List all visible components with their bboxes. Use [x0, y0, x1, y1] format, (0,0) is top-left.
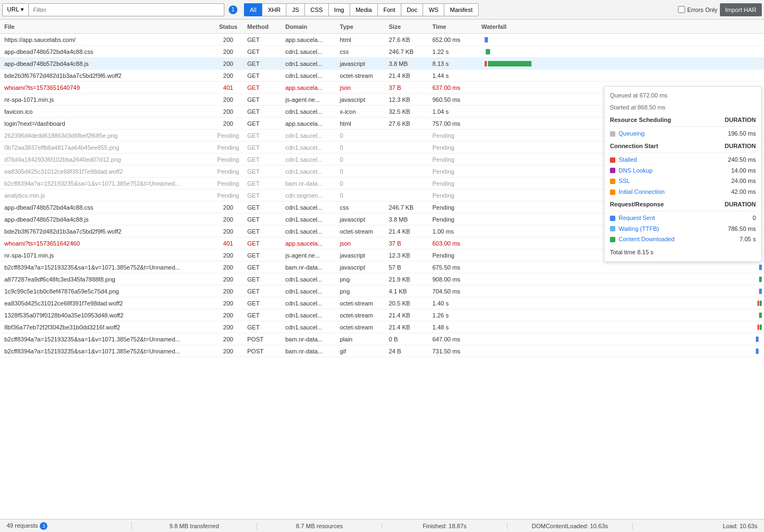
row-domain: cdn.segmen...: [285, 192, 340, 199]
row-status: Pending: [209, 144, 247, 151]
table-row[interactable]: b2cff8394a?a=152193235&sa=1&v=1071.385e7…: [0, 345, 764, 357]
row-file: https://app.saucelabs.com/: [2, 36, 209, 43]
row-domain: cdn1.saucel...: [285, 144, 340, 151]
row-file: app-dbead748b572bd4a4c88.css: [2, 48, 209, 55]
row-domain: cdn1.saucel...: [285, 204, 340, 211]
row-type: css: [340, 48, 389, 55]
row-status: 200: [209, 276, 247, 283]
row-time: 603.00 ms: [432, 240, 481, 247]
row-time: 675.50 ms: [432, 264, 481, 271]
row-domain: js-agent.ne...: [285, 252, 340, 259]
table-row[interactable]: 1c9c99c5e1cb0c8ef47876a59e5c75d4.png200G…: [0, 285, 764, 297]
row-type: json: [340, 84, 389, 91]
row-domain: cdn1.saucel...: [285, 276, 340, 283]
row-time: 1.00 ms: [432, 228, 481, 235]
row-status: 401: [209, 84, 247, 91]
col-header-waterfall[interactable]: Waterfall: [481, 23, 762, 30]
row-time: Pending: [432, 144, 481, 151]
row-time: Pending: [432, 192, 481, 199]
type-btn-css[interactable]: CSS: [304, 3, 328, 16]
row-time: 8.13 s: [432, 60, 481, 67]
row-type: javascript: [340, 60, 389, 67]
table-row[interactable]: a877287ea9df6c48fc3ed345fa7888f8.png200G…: [0, 273, 764, 285]
errors-only-text: Errors Only: [687, 7, 718, 13]
table-row[interactable]: 8bf36a77eb72f2f3042be31b0dd3216f.woff220…: [0, 321, 764, 333]
type-btn-all[interactable]: All: [244, 3, 262, 16]
type-btn-media[interactable]: Media: [350, 3, 377, 16]
row-method: GET: [247, 132, 285, 139]
type-btn-font[interactable]: Font: [377, 3, 401, 16]
type-btn-js[interactable]: JS: [286, 3, 304, 16]
row-domain: bam.nr-data...: [285, 348, 340, 354]
row-domain: cdn1.saucel...: [285, 324, 340, 331]
table-row[interactable]: app-dbead748b572bd4a4c88.js200GETcdn1.sa…: [0, 58, 764, 70]
row-size: 4.1 KB: [389, 288, 432, 295]
row-status: 200: [209, 348, 247, 354]
table-row[interactable]: b2cff8394a?a=152193235&sa=1&v=1071.385e7…: [0, 333, 764, 345]
row-time: 647.00 ms: [432, 336, 481, 343]
row-type: 0: [340, 156, 389, 163]
row-domain: cdn1.saucel...: [285, 216, 340, 223]
table-row[interactable]: 1328f535a079f0128b40a35e10953d48.woff220…: [0, 309, 764, 321]
row-file: b2cff8394a?a=152193235&sa=1&v=1071.385e7…: [2, 264, 209, 271]
row-time: Pending: [432, 156, 481, 163]
col-header-status[interactable]: Status: [209, 23, 247, 30]
row-status: 200: [209, 60, 247, 67]
row-size: 246.7 KB: [389, 48, 432, 55]
table-row[interactable]: ea8305d425c31012ce68f391f7e98dad.woff220…: [0, 297, 764, 309]
row-file: bde2b3f67672d482d1b3aa7c5bd2f9f6.woff2: [2, 228, 209, 235]
table-row[interactable]: app-dbead748b572bd4a4c88.css200GETcdn1.s…: [0, 46, 764, 58]
row-file: ea8305d425c31012ce68f391f7e98dad.woff2: [2, 168, 209, 175]
col-header-time[interactable]: Time: [432, 23, 481, 30]
row-time: 652.00 ms: [432, 36, 481, 43]
col-header-domain[interactable]: Domain: [285, 23, 340, 30]
type-btn-xhr[interactable]: XHR: [262, 3, 286, 16]
tooltip-started-at: Started at 868.50 ms: [610, 103, 756, 113]
table-row[interactable]: https://app.saucelabs.com/200GETapp.sauc…: [0, 34, 764, 46]
tooltip-panel: Queued at 672.00 ms Started at 868.50 ms…: [604, 86, 762, 262]
type-btn-ws[interactable]: WS: [423, 3, 444, 16]
downloaded-dot: [610, 237, 615, 242]
row-waterfall: [481, 285, 762, 297]
type-btn-img[interactable]: Img: [328, 3, 350, 16]
row-file: 262396d4dedd618863d3d6fbef2f685e.png: [2, 132, 209, 139]
row-size: 21.4 KB: [389, 324, 432, 331]
table-row[interactable]: bde2b3f67672d482d1b3aa7c5bd2f9f6.woff220…: [0, 70, 764, 82]
row-time: 1.04 s: [432, 108, 481, 115]
row-waterfall: [481, 297, 762, 309]
row-file: app-dbead748b572bd4a4c88.js: [2, 60, 209, 67]
row-method: GET: [247, 156, 285, 163]
col-header-size[interactable]: Size: [389, 23, 432, 30]
tooltip-init-val: 42.00 ms: [731, 187, 756, 197]
table-row[interactable]: b2cff8394a?a=152193235&sa=1&v=1071.385e7…: [0, 261, 764, 273]
errors-only-checkbox[interactable]: [678, 6, 685, 13]
col-header-method[interactable]: Method: [247, 23, 285, 30]
row-size: 12.3 KB: [389, 252, 432, 259]
tooltip-resource-scheduling-header: Resource Scheduling DURATION: [610, 115, 756, 127]
dns-dot: [610, 168, 615, 173]
row-waterfall: [481, 58, 762, 69]
row-method: GET: [247, 108, 285, 115]
col-header-type[interactable]: Type: [340, 23, 389, 30]
tooltip-queueing-val: 196.50 ms: [728, 129, 756, 139]
row-domain: js-agent.ne...: [285, 96, 340, 103]
row-time: 1.26 s: [432, 312, 481, 319]
row-type: 0: [340, 192, 389, 199]
row-type: octet-stream: [340, 324, 389, 331]
type-btn-doc[interactable]: Doc: [401, 3, 423, 16]
row-type: 0: [340, 144, 389, 151]
row-time: 637.00 ms: [432, 84, 481, 91]
import-har-button[interactable]: Import HAR: [720, 3, 762, 16]
type-btn-manifest[interactable]: Manifest: [444, 3, 479, 16]
tooltip-waiting-val: 786.50 ms: [728, 224, 756, 234]
errors-only-label[interactable]: Errors Only: [678, 6, 718, 13]
row-file: ea8305d425c31012ce68f391f7e98dad.woff2: [2, 300, 209, 307]
filter-badge: 1: [229, 5, 237, 14]
row-size: 21.9 KB: [389, 276, 432, 283]
filter-input[interactable]: [28, 3, 224, 16]
row-file: b2cff8394a?a=152193235&sa=1&v=1071.385e7…: [2, 336, 209, 343]
col-header-file[interactable]: File: [2, 23, 209, 30]
row-type: 0: [340, 180, 389, 187]
url-dropdown-button[interactable]: URL ▾: [2, 3, 28, 16]
row-waterfall: [481, 345, 762, 357]
